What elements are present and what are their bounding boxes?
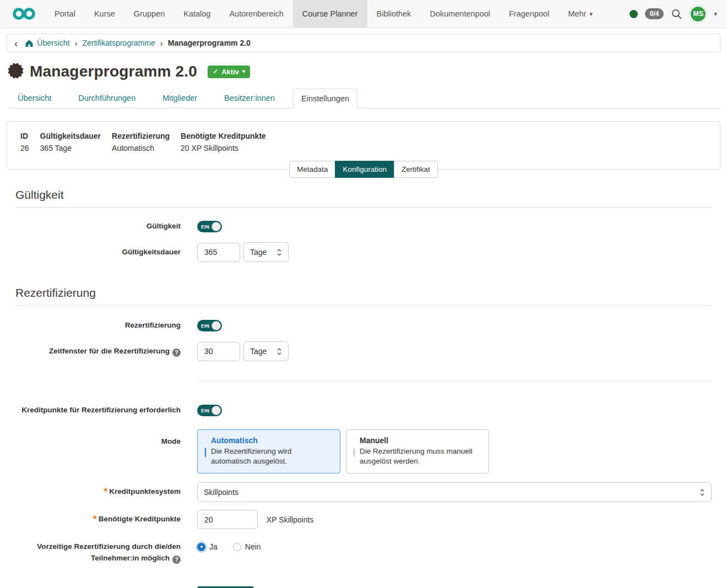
radio-option-nein[interactable]: Nein <box>233 542 261 551</box>
benoetigte-kreditpunkte-label: *Benötigte Kreditpunkte <box>15 512 181 527</box>
radio-selected-icon <box>197 543 205 551</box>
logo-infinity-icon[interactable] <box>11 7 37 21</box>
benoetigte-kreditpunkte-label-text: Benötigte Kreditpunkte <box>99 515 181 523</box>
tab-uebersicht[interactable]: Übersicht <box>9 89 60 108</box>
summary-value: Automatisch <box>112 144 170 153</box>
radio-label: Nein <box>245 542 261 551</box>
gueltigkeitsdauer-label: Gültigkeitsdauer <box>15 247 181 258</box>
help-icon[interactable]: ? <box>172 349 181 357</box>
section-rezertifizierung: Rezertifizierung Rezertifizierung EIN Ze… <box>15 286 712 588</box>
page-title: Managerprogramm 2.0 <box>30 63 197 80</box>
form-row-gueltigkeitsdauer: Gültigkeitsdauer Tage <box>15 242 712 262</box>
divider <box>15 305 712 306</box>
required-icon: * <box>93 514 97 525</box>
tab-einstellungen[interactable]: Einstellungen <box>293 89 357 108</box>
user-avatar[interactable]: MS <box>690 6 707 23</box>
divider <box>197 381 712 382</box>
benoetigte-kreditpunkte-input[interactable] <box>197 510 258 529</box>
form-row-zeitfenster: Zeitfenster für die Rezertifizierung? Ta… <box>15 341 712 361</box>
search-icon[interactable] <box>671 8 682 20</box>
mode-option-title: Automatisch <box>211 436 333 445</box>
toggle-knob <box>211 321 221 330</box>
user-menu-chevron-down-icon[interactable]: ▾ <box>714 11 717 17</box>
breadcrumb-current: Managerprogramm 2.0 <box>168 39 251 47</box>
tab-mitglieder[interactable]: Mitglieder <box>154 89 206 108</box>
form-row-kreditpunkte-erforderlich: Kreditpunkte für Rezertifizierung erford… <box>15 405 712 416</box>
nav-item-portal[interactable]: Portal <box>45 0 85 28</box>
nav-item-mehr[interactable]: Mehr ▾ <box>558 0 602 28</box>
nav-item-fragenpool[interactable]: Fragenpool <box>500 0 558 28</box>
breadcrumb-item-zertifikatsprogramme[interactable]: Zertifikatsprogramme <box>82 39 155 47</box>
select-arrows-icon <box>699 488 705 497</box>
radio-unselected-icon <box>354 448 355 458</box>
summary-value: 26 <box>20 144 29 153</box>
summary-header: Gültigkeitsdauer <box>40 132 101 140</box>
radio-option-ja[interactable]: Ja <box>197 542 218 551</box>
select-arrows-icon <box>276 347 282 356</box>
summary-header: Rezertifizierung <box>112 132 170 140</box>
nav-item-gruppen[interactable]: Gruppen <box>124 0 174 28</box>
back-icon[interactable]: ‹ <box>14 38 18 48</box>
assessment-count-badge[interactable]: 0/4 <box>645 8 664 19</box>
kreditpunkte-suffix: XP Skillpoints <box>267 515 313 524</box>
nav-item-katalog[interactable]: Katalog <box>174 0 220 28</box>
navbar-right: 0/4 MS ▾ <box>630 6 727 23</box>
toggle-state-label: EIN <box>201 408 209 413</box>
kreditpunktesystem-label: *Kreditpunktesystem <box>15 484 181 500</box>
breadcrumb-item-uebersicht[interactable]: Übersicht <box>25 39 69 47</box>
gueltigkeit-toggle[interactable]: EIN <box>197 221 222 232</box>
tab-besitzerinnen[interactable]: Besitzer:innen <box>215 89 284 108</box>
status-label: Aktiv <box>221 68 239 76</box>
zeitfenster-label-text: Zeitfenster für die Rezertifizierung <box>49 347 170 355</box>
breadcrumb-separator-icon: › <box>160 39 163 48</box>
zeitfenster-input[interactable] <box>197 342 240 361</box>
form-row-mode: Mode Automatisch Die Rezertifizierung wi… <box>15 429 712 473</box>
nav-item-autorenbereich[interactable]: Autorenbereich <box>220 0 292 28</box>
summary-col-kreditpunkte: Benötigte Kreditpunkte 20 XP Skillpoints <box>181 132 266 153</box>
form-row-vorzeitige-rezertifizierung: Vorzeitige Rezertifizierung durch die/de… <box>15 541 712 564</box>
mode-option-automatisch[interactable]: Automatisch Die Rezertifizierung wird au… <box>197 429 340 473</box>
subtab-konfiguration[interactable]: Konfiguration <box>335 161 394 178</box>
nav-item-course-planner[interactable]: Course Planner <box>293 0 367 28</box>
mode-option-description: Die Rezertifizierung wird automatisch au… <box>211 447 333 466</box>
zeitfenster-unit-select[interactable]: Tage <box>243 341 289 361</box>
rezertifizierung-toggle[interactable]: EIN <box>197 320 222 331</box>
main-menu: Portal Kurse Gruppen Katalog Autorenbere… <box>45 0 602 28</box>
select-value: Tage <box>250 248 267 257</box>
section-title: Gültigkeit <box>15 188 712 207</box>
top-navbar: Portal Kurse Gruppen Katalog Autorenbere… <box>0 0 727 28</box>
mode-option-manuell[interactable]: Manuell Die Rezertifizierung muss manuel… <box>346 429 489 473</box>
kreditpunktesystem-select[interactable]: Skillpoints <box>197 482 712 502</box>
toggle-state-label: EIN <box>201 224 209 230</box>
toggle-knob <box>211 406 221 415</box>
mode-option-title: Manuell <box>360 436 481 445</box>
status-aktiv-button[interactable]: ✓ Aktiv ▾ <box>208 66 250 78</box>
select-arrows-icon <box>276 248 282 257</box>
check-icon: ✓ <box>213 68 218 75</box>
form-row-rezertifizierung-toggle: Rezertifizierung EIN <box>15 320 712 331</box>
subtab-metadata[interactable]: Metadata <box>289 161 335 178</box>
zeitfenster-label: Zeitfenster für die Rezertifizierung? <box>15 346 181 357</box>
nav-item-dokumentenpool[interactable]: Dokumentenpool <box>420 0 500 28</box>
toggle-knob <box>211 222 221 231</box>
form-row-gueltigkeit-toggle: Gültigkeit EIN <box>15 221 712 232</box>
vorzeitige-label-text: Vorzeitige Rezertifizierung durch die/de… <box>37 542 181 562</box>
help-icon[interactable]: ? <box>172 556 181 564</box>
kreditpunkte-erforderlich-toggle[interactable]: EIN <box>197 405 222 416</box>
nav-item-kurse[interactable]: Kurse <box>85 0 124 28</box>
section-gueltigkeit: Gültigkeit Gültigkeit EIN Gültigkeitsdau… <box>15 188 712 262</box>
gueltigkeitsdauer-input[interactable] <box>197 243 240 262</box>
radio-unselected-icon <box>233 543 241 551</box>
nav-item-bibliothek[interactable]: Bibliothek <box>367 0 421 28</box>
tab-durchfuehrungen[interactable]: Durchführungen <box>69 89 144 108</box>
tab-bar: Übersicht Durchführungen Mitglieder Besi… <box>9 89 720 108</box>
breadcrumb-label: Übersicht <box>37 39 69 47</box>
radio-label: Ja <box>209 542 218 551</box>
subtab-zertifikat[interactable]: Zertifikat <box>394 161 438 178</box>
gueltigkeit-label: Gültigkeit <box>15 221 181 232</box>
summary-header: Benötigte Kreditpunkte <box>181 132 266 140</box>
gueltigkeitsdauer-unit-select[interactable]: Tage <box>243 242 289 262</box>
chevron-down-icon: ▾ <box>589 11 593 17</box>
summary-value: 20 XP Skillpoints <box>181 144 266 153</box>
subtab-bar: Metadata Konfiguration Zertifikat <box>289 161 438 178</box>
